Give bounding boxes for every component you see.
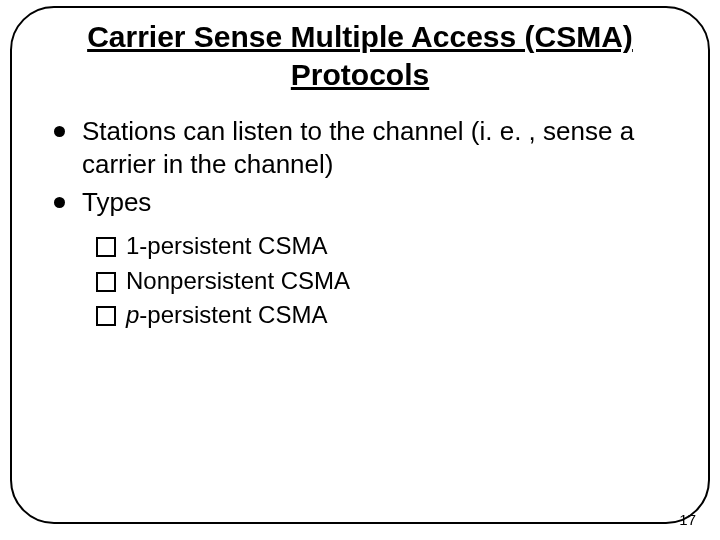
bullet-text: Types	[82, 187, 151, 217]
sub-italic: p	[126, 301, 139, 328]
slide-frame: Carrier Sense Multiple Access (CSMA) Pro…	[10, 6, 710, 524]
sub-item: 1-persistent CSMA	[96, 229, 680, 264]
bullet-text: Stations can listen to the channel (i. e…	[82, 116, 634, 179]
slide-title: Carrier Sense Multiple Access (CSMA) Pro…	[40, 18, 680, 93]
bullet-item: Types	[54, 186, 680, 219]
sub-item: Nonpersistent CSMA	[96, 264, 680, 299]
sub-item: p-persistent CSMA	[96, 298, 680, 333]
bullet-list: Stations can listen to the channel (i. e…	[40, 115, 680, 219]
sub-suffix: Nonpersistent CSMA	[126, 267, 350, 294]
sub-suffix: -persistent CSMA	[139, 301, 327, 328]
sub-suffix: 1-persistent CSMA	[126, 232, 327, 259]
sub-list: 1-persistent CSMA Nonpersistent CSMA p-p…	[40, 229, 680, 333]
page-number: 17	[679, 511, 696, 528]
bullet-item: Stations can listen to the channel (i. e…	[54, 115, 680, 182]
